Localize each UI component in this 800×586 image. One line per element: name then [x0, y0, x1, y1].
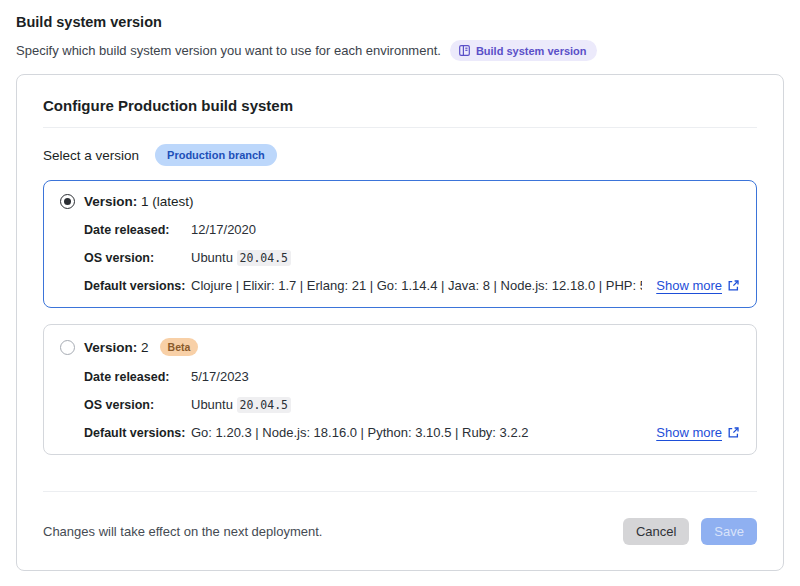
- beta-badge: Beta: [160, 338, 199, 356]
- default-versions-label: Default versions:: [84, 426, 191, 440]
- version-1-header: Version: 1 (latest): [60, 194, 740, 209]
- os-version-value: Ubuntu 20.04.5: [191, 397, 291, 412]
- page-title: Build system version: [16, 14, 784, 30]
- default-versions-value: Go: 1.20.3 | Node.js: 18.16.0 | Python: …: [191, 425, 642, 440]
- version-1-date-row: Date released: 12/17/2020: [84, 222, 740, 237]
- date-released-value: 5/17/2023: [191, 369, 249, 384]
- version-1-os-row: OS version: Ubuntu 20.04.5: [84, 250, 740, 265]
- version-1-card[interactable]: Version: 1 (latest) Date released: 12/17…: [43, 180, 757, 308]
- version-2-radio[interactable]: [60, 340, 75, 355]
- version-2-show-more-link[interactable]: Show more: [656, 425, 740, 440]
- docs-badge-label: Build system version: [476, 45, 587, 57]
- date-released-value: 12/17/2020: [191, 222, 256, 237]
- os-version-label: OS version:: [84, 398, 191, 412]
- external-link-icon: [727, 279, 740, 292]
- page-description-row: Specify which build system version you w…: [16, 40, 784, 61]
- os-version-label: OS version:: [84, 251, 191, 265]
- version-2-defaults-row: Default versions: Go: 1.20.3 | Node.js: …: [84, 425, 740, 440]
- docs-badge[interactable]: Build system version: [450, 40, 597, 61]
- version-2-os-row: OS version: Ubuntu 20.04.5: [84, 397, 740, 412]
- version-1-show-more-link[interactable]: Show more: [656, 278, 740, 293]
- page-description: Specify which build system version you w…: [16, 43, 441, 58]
- select-version-row: Select a version Production branch: [43, 144, 757, 166]
- footer-divider: [43, 491, 757, 492]
- default-versions-label: Default versions:: [84, 279, 191, 293]
- configure-panel: Configure Production build system Select…: [16, 74, 784, 571]
- select-version-label: Select a version: [43, 148, 139, 163]
- version-2-date-row: Date released: 5/17/2023: [84, 369, 740, 384]
- footer-note: Changes will take effect on the next dep…: [43, 524, 322, 539]
- version-2-header: Version: 2 Beta: [60, 338, 740, 356]
- footer-row: Changes will take effect on the next dep…: [43, 518, 757, 545]
- version-2-title: Version: 2: [84, 340, 149, 355]
- external-link-icon: [727, 426, 740, 439]
- os-version-code: 20.04.5: [237, 397, 291, 413]
- production-branch-badge: Production branch: [155, 144, 277, 166]
- version-2-card[interactable]: Version: 2 Beta Date released: 5/17/2023…: [43, 324, 757, 455]
- save-button[interactable]: Save: [701, 518, 757, 545]
- date-released-label: Date released:: [84, 370, 191, 384]
- version-1-radio[interactable]: [60, 194, 75, 209]
- version-1-title: Version: 1 (latest): [84, 194, 194, 209]
- panel-heading: Configure Production build system: [43, 97, 757, 128]
- os-version-code: 20.04.5: [237, 250, 291, 266]
- os-version-value: Ubuntu 20.04.5: [191, 250, 291, 265]
- cancel-button[interactable]: Cancel: [623, 518, 689, 545]
- footer-buttons: Cancel Save: [623, 518, 757, 545]
- book-icon: [458, 44, 471, 57]
- date-released-label: Date released:: [84, 223, 191, 237]
- default-versions-value: Clojure | Elixir: 1.7 | Erlang: 21 | Go:…: [191, 278, 642, 293]
- version-1-defaults-row: Default versions: Clojure | Elixir: 1.7 …: [84, 278, 740, 293]
